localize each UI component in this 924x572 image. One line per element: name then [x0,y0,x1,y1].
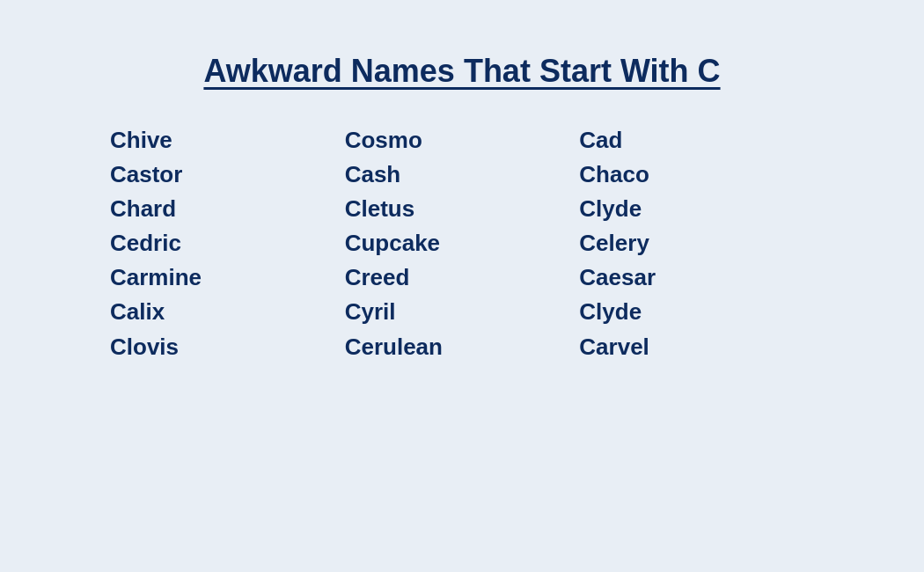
list-item: Cosmo [345,125,580,156]
list-item: Caesar [579,262,814,293]
list-item: Cyril [345,297,580,327]
list-item: Chard [110,194,345,224]
names-column-2: CosmoCashCletusCupcakeCreedCyrilCerulean [345,125,580,363]
list-item: Castor [110,159,345,190]
title-section: Awkward Names That Start With C [203,53,720,90]
list-item: Cletus [345,194,580,224]
names-column-1: ChiveCastorChardCedricCarmineCalixClovis [110,125,345,363]
list-item: Cash [345,159,580,190]
list-item: Clyde [579,194,814,224]
list-item: Calix [110,297,345,327]
list-item: Chaco [579,159,814,190]
list-item: Creed [345,262,580,293]
names-column-3: CadChacoClydeCeleryCaesarClydeCarvel [579,125,814,363]
names-container: ChiveCastorChardCedricCarmineCalixClovis… [110,125,814,363]
list-item: Carvel [579,332,814,363]
list-item: Clovis [110,332,345,363]
page-title: Awkward Names That Start With C [203,53,720,90]
list-item: Cupcake [345,228,580,259]
list-item: Cerulean [345,332,580,363]
list-item: Cedric [110,228,345,259]
list-item: Chive [110,125,345,156]
list-item: Cad [579,125,814,156]
list-item: Celery [579,228,814,259]
list-item: Carmine [110,262,345,293]
list-item: Clyde [579,297,814,327]
